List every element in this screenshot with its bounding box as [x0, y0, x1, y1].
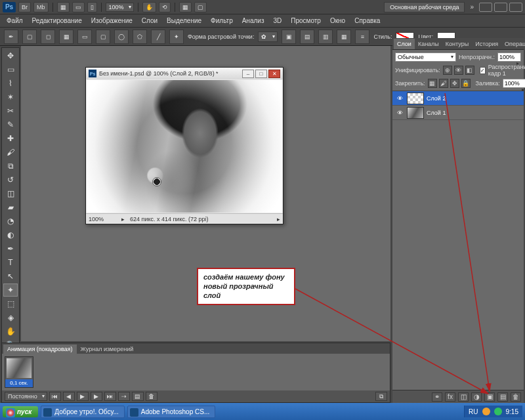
brush-tool[interactable]: 🖌 — [3, 146, 18, 159]
taskbar-item[interactable]: Доброе утро!. Обсу... — [41, 406, 124, 418]
layer-thumbnail[interactable] — [407, 107, 424, 119]
gradient-tool[interactable]: ▰ — [3, 201, 18, 214]
layer-row[interactable]: 👁 Слой 2 — [392, 91, 524, 106]
pen-tool[interactable]: ✒ — [3, 242, 18, 255]
marquee-tool[interactable]: ▭ — [3, 63, 18, 76]
visibility-toggle-icon[interactable]: 👁 — [395, 94, 404, 103]
minimize-button[interactable] — [479, 3, 492, 12]
eyedropper-tool[interactable]: ✎ — [3, 118, 18, 131]
combine-sub-icon[interactable]: ▤ — [300, 30, 314, 44]
doc-close-button[interactable]: ✕ — [268, 70, 280, 78]
lock-position-icon[interactable]: ✥ — [450, 79, 459, 88]
tray-icon[interactable] — [482, 408, 490, 415]
menu-view[interactable]: Просмотр — [287, 16, 325, 26]
visibility-toggle-icon[interactable]: 👁 — [395, 108, 404, 117]
menu-help[interactable]: Справка — [350, 16, 384, 26]
menu-select[interactable]: Выделение — [163, 16, 205, 26]
rotate-nav-button[interactable]: ⟲ — [159, 2, 171, 12]
view-extras-button[interactable]: ▦ — [57, 2, 70, 12]
shape-picker[interactable]: ✿ — [258, 32, 278, 42]
dodge-tool[interactable]: ◐ — [3, 228, 18, 242]
layer-name[interactable]: Слой 2 — [427, 95, 446, 102]
menu-3d[interactable]: 3D — [269, 16, 285, 26]
view-rulers-button[interactable]: ▭ — [72, 2, 85, 12]
align-icon[interactable]: ≡ — [355, 30, 369, 44]
layer-style-icon[interactable]: fx — [445, 392, 455, 402]
menu-layers[interactable]: Слои — [138, 16, 161, 26]
zoom-dropdown[interactable]: 100% — [106, 3, 134, 12]
combine-int-icon[interactable]: ▥ — [318, 30, 333, 44]
menu-edit[interactable]: Редактирование — [28, 16, 86, 26]
shape-custom-icon[interactable]: ✦ — [169, 30, 184, 44]
next-frame-button[interactable]: ▶ — [91, 392, 102, 401]
3d-camera-tool[interactable]: ◈ — [3, 311, 18, 324]
menu-analysis[interactable]: Анализ — [238, 16, 268, 26]
play-button[interactable]: ▶ — [77, 392, 89, 401]
type-tool[interactable]: T — [3, 256, 18, 269]
workspace-switcher[interactable]: Основная рабочая среда — [384, 2, 465, 12]
stamp-tool[interactable]: ⧉ — [3, 159, 18, 173]
eraser-tool[interactable]: ◫ — [3, 187, 18, 200]
combine-add-icon[interactable]: ▣ — [282, 30, 296, 44]
doc-status-menu-icon[interactable]: ▸ — [277, 216, 280, 222]
shape-polygon-icon[interactable]: ⬠ — [133, 30, 147, 44]
shape-layers-icon[interactable]: ▢ — [22, 30, 37, 44]
lasso-tool[interactable]: ⌇ — [3, 77, 18, 90]
propagate-frame-checkbox[interactable]: ✓ — [480, 67, 486, 74]
timeline-mode-button[interactable]: ⧉ — [375, 392, 387, 401]
paths-icon[interactable]: ◻ — [41, 30, 55, 44]
history-brush-tool[interactable]: ↺ — [3, 173, 18, 186]
combine-excl-icon[interactable]: ▦ — [337, 30, 351, 44]
tool-preset-icon[interactable]: ✒ — [4, 30, 18, 44]
crop-tool[interactable]: ✂ — [3, 104, 18, 117]
screen-mode-button[interactable]: ▢ — [194, 2, 207, 12]
link-layers-icon[interactable]: ⚭ — [432, 392, 442, 402]
lock-transparency-icon[interactable]: ▦ — [428, 79, 437, 88]
tab-paths[interactable]: Контуры — [442, 39, 472, 49]
unify-style-icon[interactable]: ◧ — [465, 66, 474, 75]
lang-indicator[interactable]: RU — [469, 408, 478, 415]
tray-icon[interactable] — [494, 408, 502, 415]
layer-name[interactable]: Слой 1 — [427, 110, 446, 116]
tween-button[interactable]: ⇢ — [118, 392, 130, 401]
tab-actions[interactable]: Операции — [501, 39, 525, 49]
blur-tool[interactable]: ◔ — [3, 215, 18, 228]
doc-arrow-icon[interactable]: ▸ — [121, 216, 125, 222]
doc-maximize-button[interactable]: □ — [255, 70, 267, 78]
prev-frame-button[interactable]: ◀ — [63, 392, 75, 401]
menu-image[interactable]: Изображение — [87, 16, 136, 26]
delete-layer-icon[interactable]: 🗑 — [511, 392, 521, 402]
opacity-field[interactable]: 100% — [497, 52, 521, 62]
clock[interactable]: 9:15 — [506, 408, 518, 415]
layer-thumbnail[interactable] — [407, 93, 424, 104]
delete-frame-button[interactable]: 🗑 — [146, 392, 158, 401]
menu-file[interactable]: Файл — [3, 16, 27, 26]
mini-bridge-button[interactable]: Mb — [33, 2, 49, 12]
loop-dropdown[interactable]: Постоянно — [5, 392, 47, 401]
lock-all-icon[interactable]: 🔒 — [461, 79, 471, 88]
tab-layers[interactable]: Слои — [394, 39, 415, 49]
document-titlebar[interactable]: Ps Без имени-1.psd @ 100% (Слой 2, RGB/8… — [86, 68, 283, 79]
start-button[interactable]: пуск — [3, 406, 38, 417]
fill-field[interactable]: 100% — [503, 79, 525, 88]
blend-mode-dropdown[interactable]: Обычные — [395, 52, 456, 62]
shape-line-icon[interactable]: ╱ — [151, 30, 165, 44]
path-select-tool[interactable]: ↖ — [3, 270, 18, 283]
menu-filter[interactable]: Фильтр — [207, 16, 237, 26]
layer-mask-icon[interactable]: ◫ — [458, 392, 469, 402]
custom-shape-tool[interactable]: ✦ — [3, 284, 18, 297]
frame-delay[interactable]: 0,1 сек. — [5, 379, 33, 387]
tab-measurement-log[interactable]: Журнал измерений — [77, 345, 138, 354]
animation-frame[interactable]: 0,1 сек. — [5, 356, 33, 388]
hand-tool[interactable]: ✋ — [3, 325, 18, 338]
move-tool[interactable]: ✥ — [3, 49, 18, 62]
doc-zoom-field[interactable]: 100% — [89, 216, 116, 222]
menu-window[interactable]: Окно — [326, 16, 349, 26]
unify-position-icon[interactable]: ⊕ — [443, 66, 452, 75]
adjustment-layer-icon[interactable]: ◑ — [471, 392, 482, 402]
last-frame-button[interactable]: ⏭ — [104, 392, 116, 401]
hand-nav-button[interactable]: ✋ — [142, 2, 156, 12]
arrange-button[interactable]: ▦ — [179, 2, 192, 12]
new-layer-icon[interactable]: ▤ — [497, 392, 508, 402]
first-frame-button[interactable]: ⏮ — [49, 392, 61, 401]
